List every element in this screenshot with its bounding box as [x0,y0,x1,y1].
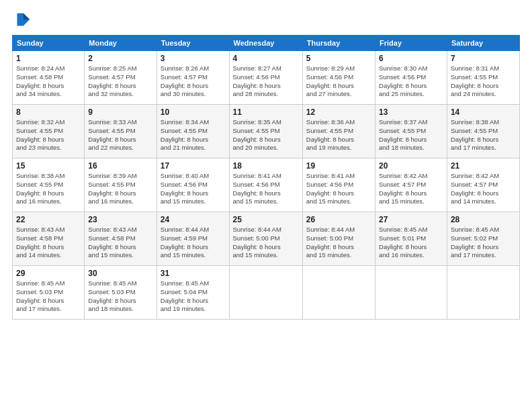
day-number: 9 [88,107,152,117]
day-number: 30 [88,269,152,278]
page: SundayMondayTuesdayWednesdayThursdayFrid… [0,0,532,411]
calendar-cell: 8Sunrise: 8:32 AMSunset: 4:55 PMDaylight… [13,105,85,158]
calendar-cell: 1Sunrise: 8:24 AMSunset: 4:58 PMDaylight… [13,51,85,105]
day-info: Sunrise: 8:31 AMSunset: 4:55 PMDaylight:… [451,64,516,99]
dow-header-thursday: Thursday [302,36,375,51]
day-number: 4 [233,54,299,63]
day-number: 11 [233,107,299,117]
header [12,11,520,30]
dow-header-monday: Monday [85,36,157,51]
dow-header-friday: Friday [375,36,447,51]
day-info: Sunrise: 8:44 AMSunset: 5:00 PMDaylight:… [233,226,299,260]
logo-icon [12,11,31,30]
day-info: Sunrise: 8:45 AMSunset: 5:03 PMDaylight:… [88,279,152,314]
day-info: Sunrise: 8:40 AMSunset: 4:56 PMDaylight:… [161,172,226,206]
day-number: 17 [161,161,226,171]
calendar-cell: 24Sunrise: 8:44 AMSunset: 4:59 PMDayligh… [157,212,229,266]
svg-marker-1 [24,13,30,19]
calendar-cell: 16Sunrise: 8:39 AMSunset: 4:55 PMDayligh… [85,158,157,212]
calendar-cell [302,266,375,320]
day-info: Sunrise: 8:45 AMSunset: 5:03 PMDaylight:… [16,279,81,314]
day-info: Sunrise: 8:42 AMSunset: 4:57 PMDaylight:… [451,172,516,206]
day-number: 15 [16,161,81,171]
day-number: 26 [306,215,371,224]
calendar-table: SundayMondayTuesdayWednesdayThursdayFrid… [12,35,520,320]
day-number: 21 [451,161,516,171]
day-number: 10 [161,107,226,117]
calendar-week-1: 1Sunrise: 8:24 AMSunset: 4:58 PMDaylight… [13,51,520,105]
calendar-cell: 27Sunrise: 8:45 AMSunset: 5:01 PMDayligh… [375,212,447,266]
day-number: 18 [233,161,299,171]
calendar-cell: 19Sunrise: 8:41 AMSunset: 4:56 PMDayligh… [302,158,375,212]
calendar-cell: 3Sunrise: 8:26 AMSunset: 4:57 PMDaylight… [157,51,229,105]
calendar-body: 1Sunrise: 8:24 AMSunset: 4:58 PMDaylight… [13,51,520,320]
calendar-cell: 10Sunrise: 8:34 AMSunset: 4:55 PMDayligh… [157,105,229,158]
day-number: 28 [451,215,516,224]
dow-header-wednesday: Wednesday [229,36,302,51]
calendar-cell: 13Sunrise: 8:37 AMSunset: 4:55 PMDayligh… [375,105,447,158]
calendar-cell: 31Sunrise: 8:45 AMSunset: 5:04 PMDayligh… [157,266,229,320]
day-info: Sunrise: 8:41 AMSunset: 4:56 PMDaylight:… [306,172,371,206]
calendar-week-3: 15Sunrise: 8:38 AMSunset: 4:55 PMDayligh… [13,158,520,212]
day-number: 23 [88,215,152,224]
calendar-cell: 2Sunrise: 8:25 AMSunset: 4:57 PMDaylight… [85,51,157,105]
day-info: Sunrise: 8:37 AMSunset: 4:55 PMDaylight:… [379,118,443,152]
day-info: Sunrise: 8:27 AMSunset: 4:56 PMDaylight:… [233,64,299,99]
calendar-cell: 6Sunrise: 8:30 AMSunset: 4:56 PMDaylight… [375,51,447,105]
day-info: Sunrise: 8:38 AMSunset: 4:55 PMDaylight:… [451,118,516,152]
day-info: Sunrise: 8:34 AMSunset: 4:55 PMDaylight:… [161,118,226,152]
day-number: 14 [451,107,516,117]
calendar-cell: 18Sunrise: 8:41 AMSunset: 4:56 PMDayligh… [229,158,302,212]
day-number: 13 [379,107,443,117]
day-info: Sunrise: 8:41 AMSunset: 4:56 PMDaylight:… [233,172,299,206]
day-number: 7 [451,54,516,63]
calendar-cell: 21Sunrise: 8:42 AMSunset: 4:57 PMDayligh… [447,158,519,212]
calendar-cell: 14Sunrise: 8:38 AMSunset: 4:55 PMDayligh… [447,105,519,158]
day-number: 5 [306,54,371,63]
logo [12,11,34,30]
day-number: 24 [161,215,226,224]
calendar-cell: 5Sunrise: 8:29 AMSunset: 4:56 PMDaylight… [302,51,375,105]
calendar-cell: 15Sunrise: 8:38 AMSunset: 4:55 PMDayligh… [13,158,85,212]
day-info: Sunrise: 8:29 AMSunset: 4:56 PMDaylight:… [306,64,371,99]
day-number: 25 [233,215,299,224]
day-info: Sunrise: 8:43 AMSunset: 4:58 PMDaylight:… [16,226,81,260]
dow-header-saturday: Saturday [447,36,519,51]
calendar-cell: 28Sunrise: 8:45 AMSunset: 5:02 PMDayligh… [447,212,519,266]
day-number: 3 [161,54,226,63]
day-number: 16 [88,161,152,171]
day-info: Sunrise: 8:44 AMSunset: 5:00 PMDaylight:… [306,226,371,260]
calendar-cell: 11Sunrise: 8:35 AMSunset: 4:55 PMDayligh… [229,105,302,158]
day-info: Sunrise: 8:45 AMSunset: 5:02 PMDaylight:… [451,226,516,260]
day-number: 29 [16,269,81,278]
day-number: 22 [16,215,81,224]
day-number: 20 [379,161,443,171]
day-info: Sunrise: 8:30 AMSunset: 4:56 PMDaylight:… [379,64,443,99]
day-number: 6 [379,54,443,63]
day-info: Sunrise: 8:42 AMSunset: 4:57 PMDaylight:… [379,172,443,206]
calendar-cell: 29Sunrise: 8:45 AMSunset: 5:03 PMDayligh… [13,266,85,320]
calendar-week-5: 29Sunrise: 8:45 AMSunset: 5:03 PMDayligh… [13,266,520,320]
calendar-cell: 7Sunrise: 8:31 AMSunset: 4:55 PMDaylight… [447,51,519,105]
day-info: Sunrise: 8:24 AMSunset: 4:58 PMDaylight:… [16,64,81,99]
calendar-cell [229,266,302,320]
calendar-cell: 22Sunrise: 8:43 AMSunset: 4:58 PMDayligh… [13,212,85,266]
calendar-cell: 25Sunrise: 8:44 AMSunset: 5:00 PMDayligh… [229,212,302,266]
dow-header-tuesday: Tuesday [157,36,229,51]
day-number: 12 [306,107,371,117]
calendar-cell: 12Sunrise: 8:36 AMSunset: 4:55 PMDayligh… [302,105,375,158]
calendar-cell: 20Sunrise: 8:42 AMSunset: 4:57 PMDayligh… [375,158,447,212]
day-number: 1 [16,54,81,63]
day-info: Sunrise: 8:26 AMSunset: 4:57 PMDaylight:… [161,64,226,99]
calendar-cell: 4Sunrise: 8:27 AMSunset: 4:56 PMDaylight… [229,51,302,105]
day-info: Sunrise: 8:38 AMSunset: 4:55 PMDaylight:… [16,172,81,206]
day-number: 19 [306,161,371,171]
day-info: Sunrise: 8:44 AMSunset: 4:59 PMDaylight:… [161,226,226,260]
calendar-cell: 26Sunrise: 8:44 AMSunset: 5:00 PMDayligh… [302,212,375,266]
days-of-week-row: SundayMondayTuesdayWednesdayThursdayFrid… [13,36,520,51]
day-info: Sunrise: 8:35 AMSunset: 4:55 PMDaylight:… [233,118,299,152]
calendar-cell: 17Sunrise: 8:40 AMSunset: 4:56 PMDayligh… [157,158,229,212]
calendar-cell: 23Sunrise: 8:43 AMSunset: 4:58 PMDayligh… [85,212,157,266]
day-number: 31 [161,269,226,278]
calendar-week-4: 22Sunrise: 8:43 AMSunset: 4:58 PMDayligh… [13,212,520,266]
